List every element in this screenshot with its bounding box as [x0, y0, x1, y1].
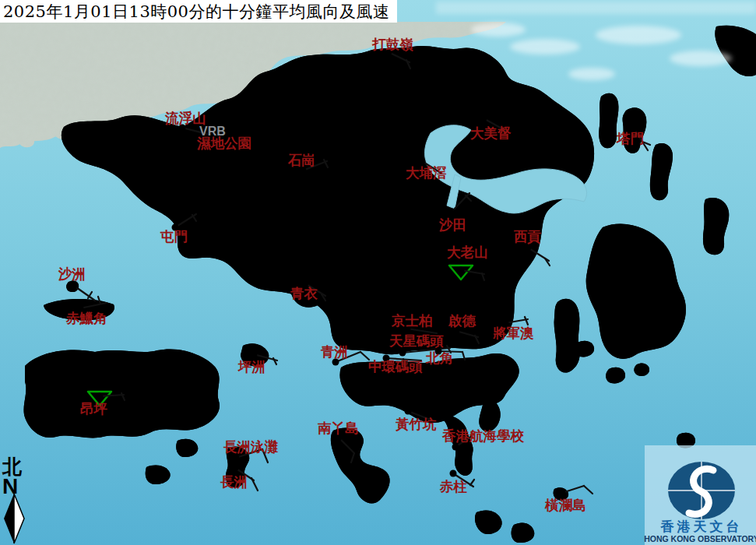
station-label: 大美督 [470, 125, 512, 141]
station-label: 青衣 [290, 286, 318, 301]
station-label: 黃竹坑 [396, 417, 437, 432]
station-label: 沙田 [438, 217, 466, 233]
logo-chinese: 香港天文台 [660, 519, 743, 534]
station-label: 橫瀾島 [544, 498, 586, 513]
station-dot [419, 158, 426, 165]
station-label: 西貢 [513, 229, 542, 244]
station-label: 大老山 [447, 244, 488, 260]
station-dot [97, 393, 104, 400]
station-dot [251, 351, 258, 358]
station-dot [458, 267, 465, 274]
station-label: 長洲泳灘 [223, 439, 279, 455]
station-label: 屯門 [160, 229, 188, 244]
station-dot [399, 350, 406, 357]
map-title: 2025年1月01日13時00分的十分鐘平均風向及風速 [3, 1, 389, 23]
station-label: 香港航海學校 [441, 428, 525, 444]
station-dot [448, 209, 455, 216]
title-bar: 2025年1月01日13時00分的十分鐘平均風向及風速 [0, 0, 397, 23]
hko-logo: 香港天文台 HONG KONG OBSERVATORY [644, 445, 756, 545]
station-label: 青洲 [320, 344, 348, 360]
station-label: 流浮山 [164, 111, 206, 126]
station-label: 京士柏 [391, 313, 433, 329]
station-label: 大埔滘 [406, 165, 447, 181]
station-label: 沙洲 [58, 266, 86, 282]
station-label: 中環碼頭 [368, 359, 423, 374]
station-label: 北角 [425, 350, 453, 366]
station-dot [71, 283, 78, 290]
station-label: 天星碼頭 [389, 333, 444, 349]
station-dot [233, 455, 240, 462]
station-dot [452, 444, 459, 451]
wind-map-stage: 打鼓嶺流浮山VRB濕地公園石崗大美督塔門大埔滘沙田屯門西貢大老山沙洲赤鱲角青衣京… [0, 0, 756, 545]
logo-english: HONG KONG OBSERVATORY [644, 534, 756, 543]
station-label: 塔門 [616, 131, 644, 146]
station-label: 啟德 [448, 313, 476, 329]
station-label: 昂坪 [80, 401, 108, 417]
station-label: 赤柱 [439, 479, 468, 494]
station-label: 將軍澳 [492, 325, 534, 341]
station-dot [405, 408, 412, 415]
station-label: 坪洲 [237, 359, 265, 374]
compass-north-letter: N [2, 474, 18, 498]
station-dot [232, 465, 239, 472]
station-label: 南丫島 [318, 420, 359, 436]
map: 打鼓嶺流浮山VRB濕地公園石崗大美督塔門大埔滘沙田屯門西貢大老山沙洲赤鱲角青衣京… [0, 0, 756, 545]
station-label: 長洲 [220, 474, 248, 490]
station-dot [450, 470, 457, 477]
station-label: 石崗 [287, 153, 315, 168]
station-label: 濕地公園 [196, 135, 251, 151]
station-dot [559, 490, 566, 497]
station-label: 赤鱲角 [65, 311, 107, 326]
station-dot [525, 244, 532, 251]
station-dot [480, 115, 487, 122]
station-label: 打鼓嶺 [371, 37, 413, 52]
